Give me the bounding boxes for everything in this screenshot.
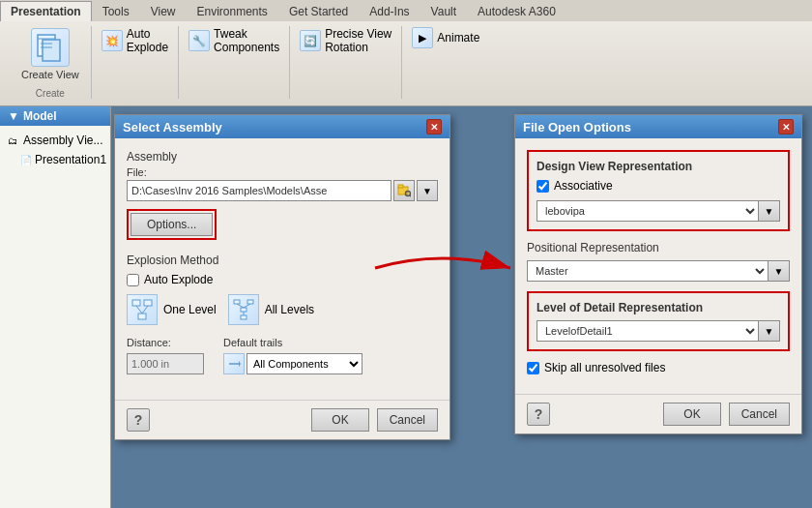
tab-get-started[interactable]: Get Started [278,1,359,21]
skip-unresolved-row: Skip all unresolved files [527,361,790,374]
tab-add-ins[interactable]: Add-Ins [359,1,420,21]
trails-label: Default trails [223,337,362,348]
create-view-button[interactable]: Create View [17,26,83,82]
tab-presentation[interactable]: Presentation [0,1,92,21]
file-open-titlebar: File Open Options ✕ [515,115,801,138]
precise-view-label: Precise ViewRotation [325,27,392,54]
skip-unresolved-label: Skip all unresolved files [544,361,665,374]
panel-dropdown-icon: ▼ [8,109,19,123]
svg-rect-6 [398,185,403,188]
dialog-file-open: File Open Options ✕ Design View Represen… [514,114,802,434]
tree-item-presentation1[interactable]: 📄 Presentation1 [5,150,105,169]
presentation1-label: Presentation1 [35,153,106,166]
all-levels-button[interactable]: All Levels [228,294,314,325]
tab-environments[interactable]: Environments [187,1,278,21]
file-open-ok-button[interactable]: OK [663,403,720,426]
ribbon-group-precise: 🔄 Precise ViewRotation [290,26,402,99]
file-open-footer-right: OK Cancel [663,403,790,426]
select-assembly-footer: ? OK Cancel [115,400,450,439]
file-input-row: ▼ [127,180,438,201]
explosion-method-label: Explosion Method [127,254,438,267]
distance-label: Distance: [127,337,204,348]
level-of-detail-section: Level of Detail Representation LevelofDe… [527,291,790,351]
associative-checkbox[interactable] [536,180,549,193]
file-open-help-button[interactable]: ? [527,403,550,426]
file-browse-button[interactable] [393,180,415,201]
ribbon: Presentation Tools View Environments Get… [0,0,812,106]
ribbon-group-create: Create View Create [10,26,92,99]
svg-rect-9 [132,300,140,306]
tweak-components-button[interactable]: 🔧 TweakComponents [187,26,281,55]
left-panel: ▼ Model 🗂 Assembly Vie... 📄 Presentation… [0,106,111,508]
file-path-input[interactable] [127,180,392,201]
tree-item-assembly-view[interactable]: 🗂 Assembly Vie... [5,131,105,150]
svg-line-13 [142,306,148,314]
positional-dropdown[interactable]: Master [527,260,768,282]
level-of-detail-dropdown[interactable]: LevelofDetail1 [536,320,759,342]
positional-dropdown-row: Master ▼ [527,260,790,282]
design-view-dropdown-row: lebovipa ▼ [536,200,780,222]
tweak-label: TweakComponents [214,27,279,54]
tab-autodesk-a360[interactable]: Autodesk A360 [467,1,566,21]
skip-unresolved-checkbox[interactable] [527,362,539,374]
design-view-section: Design View Representation Associative l… [527,150,790,231]
design-view-dropdown[interactable]: lebovipa [536,200,759,222]
create-view-label: Create View [21,69,79,80]
auto-explode-row: Auto Explode [127,273,438,286]
auto-explode-button[interactable]: 💥 AutoExplode [100,26,170,55]
animate-icon: ▶ [412,27,433,48]
associative-checkbox-row: Associative [536,179,780,193]
precise-view-icon: 🔄 [300,30,321,51]
file-open-cancel-button[interactable]: Cancel [729,403,790,426]
precise-view-button[interactable]: 🔄 Precise ViewRotation [298,26,393,55]
file-dropdown-button[interactable]: ▼ [417,180,438,201]
distance-input[interactable] [127,353,204,374]
associative-label: Associative [554,179,613,193]
file-open-title: File Open Options [523,120,631,134]
select-assembly-close-button[interactable]: ✕ [426,119,442,134]
trails-select-row: All Components [223,353,362,374]
svg-rect-10 [144,300,152,306]
distance-group: Distance: [127,337,204,374]
level-of-detail-dropdown-btn[interactable]: ▼ [759,320,780,342]
options-button[interactable]: Options... [130,213,213,236]
select-assembly-help-button[interactable]: ? [127,408,150,432]
tab-vault[interactable]: Vault [420,1,467,21]
footer-left: ? [127,408,150,432]
select-assembly-cancel-button[interactable]: Cancel [377,408,438,432]
svg-rect-17 [241,315,246,319]
positional-title: Positional Representation [527,241,790,254]
select-assembly-ok-button[interactable]: OK [311,408,368,432]
svg-line-18 [237,304,244,308]
file-open-body: Design View Representation Associative l… [515,138,801,394]
svg-rect-15 [247,300,253,304]
auto-explode-icon: 💥 [102,30,123,51]
design-view-dropdown-btn[interactable]: ▼ [759,200,780,222]
assembly-view-label: Assembly Vie... [23,134,102,147]
ribbon-tab-bar: Presentation Tools View Environments Get… [0,0,812,21]
assembly-view-icon: 🗂 [5,133,20,148]
design-view-title: Design View Representation [536,160,780,173]
tweak-icon: 🔧 [188,30,210,51]
positional-dropdown-btn[interactable]: ▼ [768,260,790,282]
tab-tools[interactable]: Tools [92,1,140,21]
ribbon-content: Create View Create 💥 AutoExplode 🔧 Tweak… [0,21,812,106]
dialog-select-assembly: Select Assembly ✕ Assembly File: ▼ Optio… [114,114,450,440]
auto-explode-checkbox[interactable] [127,274,139,286]
create-group-label: Create [36,88,65,99]
ribbon-group-tweak: 🔧 TweakComponents [179,26,290,99]
create-view-icon [31,28,70,67]
trails-select[interactable]: All Components [246,353,362,374]
tab-view[interactable]: View [140,1,187,21]
distance-row: Distance: Default trails All Components [127,337,438,374]
file-open-close-button[interactable]: ✕ [778,119,794,134]
ribbon-group-animate: ▶ Animate [402,26,489,99]
svg-line-8 [410,195,411,196]
one-level-button[interactable]: One Level [127,294,217,325]
svg-rect-16 [241,308,246,312]
all-levels-label: All Levels [265,303,314,316]
auto-explode-label: Auto Explode [144,273,213,286]
svg-line-19 [244,304,250,308]
animate-button[interactable]: ▶ Animate [410,26,481,49]
svg-rect-1 [43,40,60,61]
